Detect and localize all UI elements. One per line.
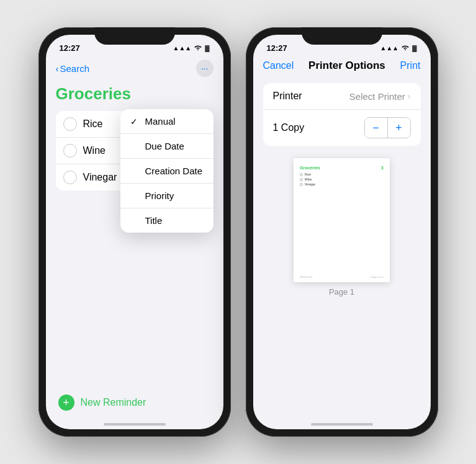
preview-item-wine: Wine <box>300 177 384 181</box>
item-label-rice: Rice <box>83 118 103 130</box>
phone-screen-reminders: 12:27 ▲▲▲ ▓ ‹ Search ··· <box>46 35 223 429</box>
stepper-plus-button[interactable]: + <box>388 118 410 138</box>
checkbox-vinegar[interactable] <box>63 171 77 184</box>
chevron-right-icon: › <box>408 91 411 101</box>
preview-footer-right: Page 1 of 1 <box>371 275 384 279</box>
wifi-icon-1 <box>194 44 202 51</box>
phone-printer: 12:27 ▲▲▲ ▓ Cancel Printer Options Print <box>246 27 438 437</box>
status-icons-2: ▲▲▲ ▓ <box>380 44 417 51</box>
checkbox-rice[interactable] <box>63 117 77 131</box>
time-1: 12:27 <box>60 43 80 53</box>
preview-count: 3 <box>381 166 384 170</box>
preview-footer: 2024-01-01 Page 1 of 1 <box>300 275 384 279</box>
preview-item-rice: Rice <box>300 172 384 176</box>
signal-icon-1: ▲▲▲ <box>173 45 192 51</box>
preview-circle-wine <box>300 178 303 181</box>
wifi-icon-2 <box>401 44 410 51</box>
more-button-1[interactable]: ··· <box>196 60 213 77</box>
checkbox-wine[interactable] <box>63 144 77 158</box>
dropdown-item-title[interactable]: Title <box>120 208 213 233</box>
phone-screen-printer: 12:27 ▲▲▲ ▓ Cancel Printer Options Print <box>253 35 431 429</box>
phone-reminders: 12:27 ▲▲▲ ▓ ‹ Search ··· <box>38 27 231 437</box>
nav-bar-printer: Cancel Printer Options Print <box>253 58 431 77</box>
printer-select-row[interactable]: Printer Select Printer › <box>263 83 421 110</box>
time-2: 12:27 <box>267 43 287 53</box>
dropdown-label-manual: Manual <box>145 116 176 127</box>
signal-icon-2: ▲▲▲ <box>380 45 399 51</box>
back-button-1[interactable]: ‹ Search <box>56 63 90 74</box>
preview-footer-left: 2024-01-01 <box>300 275 312 279</box>
list-title-text-1: Groceries <box>56 84 131 103</box>
preview-text-rice: Rice <box>305 172 311 176</box>
sort-dropdown: ✓ Manual Due Date Creation Date Priority <box>120 109 213 233</box>
preview-item-vinegar: Vinegar <box>300 182 384 186</box>
dropdown-label-title: Title <box>145 215 163 226</box>
back-label-1: Search <box>60 63 90 74</box>
dropdown-label-duedate: Due Date <box>145 141 184 151</box>
battery-icon-2: ▓ <box>412 45 416 51</box>
new-reminder-icon: + <box>58 395 74 411</box>
dropdown-item-creationdate[interactable]: Creation Date <box>120 159 213 184</box>
select-printer-text: Select Printer <box>349 91 405 102</box>
cancel-button[interactable]: Cancel <box>263 60 294 71</box>
home-indicator-1 <box>104 423 166 426</box>
copy-stepper: − + <box>364 117 411 138</box>
print-button[interactable]: Print <box>400 60 421 71</box>
dropdown-label-creationdate: Creation Date <box>145 166 203 176</box>
notch-2 <box>302 27 382 45</box>
dropdown-item-duedate[interactable]: Due Date <box>120 134 213 159</box>
printer-options-title: Printer Options <box>308 60 385 72</box>
ellipsis-icon-1: ··· <box>201 63 209 73</box>
home-indicator-2 <box>311 423 373 426</box>
copy-label: 1 Copy <box>273 122 305 133</box>
chevron-left-icon-1: ‹ <box>56 63 59 74</box>
notch <box>94 27 175 45</box>
preview-circle-rice <box>300 173 303 176</box>
stepper-minus-button[interactable]: − <box>365 118 387 138</box>
preview-list-title: Groceries 3 <box>300 166 384 170</box>
print-preview-page: Groceries 3 Rice Wine Vinegar <box>294 158 390 282</box>
preview-text-vinegar: Vinegar <box>305 182 315 186</box>
printer-value: Select Printer › <box>349 91 411 102</box>
new-reminder-label: New Reminder <box>81 397 146 408</box>
scene: 12:27 ▲▲▲ ▓ ‹ Search ··· <box>26 15 451 449</box>
printer-label: Printer <box>273 91 302 102</box>
dropdown-item-priority[interactable]: Priority <box>120 184 213 208</box>
page-label: Page 1 <box>329 287 354 297</box>
check-icon-manual: ✓ <box>130 117 140 127</box>
item-label-wine: Wine <box>83 145 106 156</box>
printer-options-group: Printer Select Printer › 1 Copy − + <box>263 83 421 146</box>
print-preview-container: Groceries 3 Rice Wine Vinegar <box>253 158 431 297</box>
preview-text-wine: Wine <box>305 177 312 181</box>
status-icons-1: ▲▲▲ ▓ <box>173 44 210 51</box>
nav-bar-reminders: ‹ Search ··· <box>46 58 223 82</box>
preview-title-text: Groceries <box>300 166 320 170</box>
item-label-vinegar: Vinegar <box>83 172 117 183</box>
battery-icon-1: ▓ <box>205 45 209 51</box>
preview-circle-vinegar <box>300 183 303 186</box>
copy-row: 1 Copy − + <box>263 110 421 146</box>
dropdown-item-manual[interactable]: ✓ Manual <box>120 109 213 134</box>
dropdown-label-priority: Priority <box>145 190 174 201</box>
list-title-1: Groceries <box>46 82 223 111</box>
new-reminder-bar[interactable]: + New Reminder <box>46 395 223 411</box>
